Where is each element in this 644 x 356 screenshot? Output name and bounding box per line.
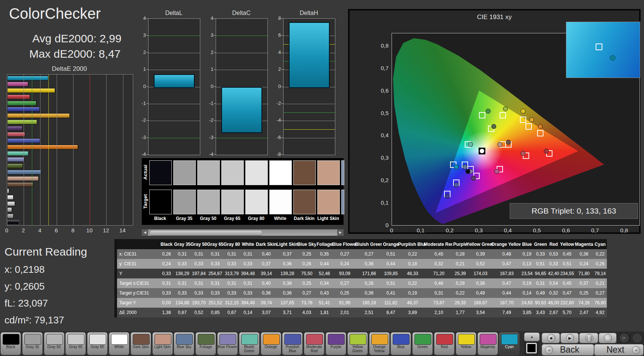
patch-button-green[interactable]: Green — [412, 332, 433, 355]
scrollbar-thumb[interactable] — [149, 230, 263, 236]
cie-y-tick-label: 0,1 — [374, 199, 389, 206]
next-button[interactable]: Next » — [594, 344, 644, 356]
patch-color-chip — [219, 334, 236, 345]
patch-button-gray-50[interactable]: Gray 50 — [44, 332, 65, 355]
patch-button-gray-35[interactable]: Gray 35 — [22, 332, 43, 355]
patch-button-purple[interactable]: Purple — [326, 332, 346, 355]
row-label: x: CIE31 — [117, 249, 159, 259]
patch-button-blue-flower[interactable]: Blue Flower — [217, 332, 238, 355]
swatch-label: Gray 50 — [197, 216, 219, 221]
patch-button-light-skin[interactable]: Light Skin — [152, 332, 173, 355]
patch-color-chip — [198, 334, 215, 345]
table-cell: 0,33 — [174, 259, 191, 269]
patch-color-chip — [46, 334, 63, 345]
col-header: Green — [533, 239, 548, 249]
measured-point-purplish-blue — [454, 182, 459, 187]
measured-point-black — [465, 169, 470, 174]
pattern-size-icon: [··] — [585, 334, 593, 342]
back-button[interactable]: « Back — [542, 344, 594, 356]
patch-button-yellow-green[interactable]: Yellow Green — [347, 332, 368, 355]
y-tick-label: 4 — [204, 15, 213, 21]
max-de2000: Max dE2000: 8,47 — [29, 48, 121, 60]
table-cell: 0,31 — [240, 278, 256, 288]
table-cell: 0,39 — [468, 249, 493, 259]
table-cell: 39,14 — [256, 269, 277, 278]
table-cell: 3,54 — [468, 308, 493, 317]
y-tick — [281, 103, 284, 104]
table-cell: 0,45 — [560, 278, 575, 288]
table-cell: 0,49 — [468, 288, 493, 298]
patch-button-magenta[interactable]: Magenta — [477, 332, 498, 355]
next-icon: » — [632, 346, 640, 354]
deltae-bar-yellow-green — [7, 120, 37, 124]
actual-swatch-gray-50 — [197, 160, 220, 185]
pattern-window-preview[interactable] — [524, 341, 539, 355]
scroll-left-icon[interactable]: ◀ — [142, 229, 148, 236]
indicator-button — [630, 333, 643, 343]
stop-button[interactable]: ■ — [542, 333, 560, 343]
y-tick-label: 3 — [136, 32, 146, 38]
cie-x-tick-label: 0,6 — [560, 227, 572, 233]
loop-button[interactable]: ∞ — [599, 333, 617, 343]
play-button[interactable]: ▶ — [560, 333, 579, 343]
patch-button-white[interactable]: White — [109, 332, 129, 355]
ref-line — [48, 75, 49, 225]
measured-point-red — [544, 149, 549, 154]
y-tick-label: 0 — [204, 84, 213, 89]
patch-button-red[interactable]: Red — [434, 332, 455, 355]
col-header: Cyan — [593, 239, 607, 249]
table-cell: 0,33 — [548, 259, 560, 269]
back-icon: « — [545, 346, 553, 354]
col-header: Orange Yellow — [493, 239, 521, 249]
scroll-right-icon[interactable]: ▶ — [337, 229, 344, 236]
patch-button-yellow[interactable]: Yellow — [456, 332, 476, 355]
patch-button-bluish-green[interactable]: Bluish Green — [239, 332, 260, 355]
patch-button-dark-skin[interactable]: Dark Skin — [131, 332, 151, 355]
col-header: Purple — [452, 239, 468, 249]
patch-button-black[interactable]: Black — [0, 332, 21, 355]
patch-button-purplish-blue[interactable]: Purplish Blue — [282, 332, 303, 355]
y-tick-label: 1 — [204, 66, 213, 72]
patch-button-gray-80[interactable]: Gray 80 — [87, 332, 108, 355]
loop-icon: ∞ — [604, 334, 612, 342]
col-header: Moderate Red — [425, 239, 452, 249]
y-tick — [214, 103, 216, 104]
pattern-size-button[interactable]: [··] — [579, 333, 598, 343]
table-cell: 232,60 — [560, 298, 575, 308]
ref-line — [32, 75, 32, 225]
gridline — [284, 129, 335, 130]
cie-title: CIE 1931 xy — [350, 13, 639, 21]
table-cell: 254,67 — [207, 269, 224, 278]
actual-swatch-light-skin — [317, 160, 340, 185]
table-cell: 0,36 — [575, 249, 593, 259]
table-cell: 90,63 — [533, 298, 548, 308]
y-tick-label: -2 — [271, 100, 281, 106]
patch-button-blue-sky[interactable]: Blue Sky — [174, 332, 194, 355]
patch-button-moderate-red[interactable]: Moderate Red — [304, 332, 324, 355]
y-tick — [214, 154, 216, 155]
patch-button-blue[interactable]: Blue — [390, 332, 411, 355]
pattern-up-button[interactable]: ▲ — [524, 332, 540, 341]
patch-button-orange[interactable]: Orange — [261, 332, 281, 355]
table-cell: 2,51 — [356, 308, 382, 317]
table-cell: 0,27 — [593, 288, 607, 298]
table-cell: 0,51 — [533, 259, 548, 269]
patch-button-gray-65[interactable]: Gray 65 — [65, 332, 86, 355]
y-tick — [146, 120, 149, 121]
table-cell: 0,33 — [533, 249, 548, 259]
col-header: Black — [159, 239, 174, 249]
swatch-scrollbar[interactable]: ◀ ▶ — [142, 229, 344, 236]
deltae-bar-blue-flower — [7, 157, 24, 162]
patch-button-cyan[interactable]: Cyan — [499, 332, 519, 355]
table-cell: 394,48 — [240, 298, 256, 308]
table-cell: 0,37 — [277, 249, 298, 259]
patch-button-orange-yellow[interactable]: Orange Yellow — [369, 332, 390, 355]
table-cell: 4,92 — [593, 308, 607, 317]
deltae-bar-gray-50 — [7, 207, 12, 212]
deltae-bar-magenta — [7, 82, 28, 87]
table-cell: 0,25 — [298, 278, 316, 288]
col-header: Light Skin — [277, 239, 298, 249]
patch-button-foliage[interactable]: Foliage — [195, 332, 216, 355]
patch-color-chip — [328, 334, 345, 345]
swatch-label: Light Skin — [317, 216, 339, 221]
